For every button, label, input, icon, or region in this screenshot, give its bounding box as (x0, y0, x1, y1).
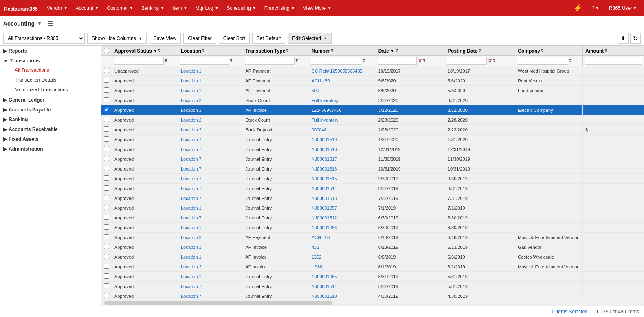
filter-posting-input[interactable] (447, 57, 487, 65)
row-checkbox[interactable] (104, 273, 109, 279)
row-number[interactable]: ACH - 58 (309, 233, 376, 242)
col-header-number[interactable]: Number ⊽ (309, 46, 376, 56)
row-location[interactable]: Location 7 (178, 154, 243, 164)
filter-amount-input[interactable] (585, 57, 642, 65)
sidebar-section-banking[interactable]: ▶ Banking (0, 114, 101, 124)
row-checkbox[interactable] (104, 224, 109, 230)
row-location[interactable]: Location 7 (178, 135, 243, 144)
row-location[interactable]: Location 1 (178, 252, 243, 262)
filter-company-input[interactable] (517, 57, 568, 65)
row-number[interactable]: NJ00001513 (309, 193, 376, 203)
sidebar-section-administration[interactable]: ▶ Administration (0, 144, 101, 153)
row-number[interactable]: 500 (309, 86, 376, 95)
row-number[interactable]: 432 (309, 242, 376, 252)
filter-type-input[interactable] (245, 57, 295, 65)
row-number[interactable]: NJ00001512 (309, 213, 376, 223)
sidebar-section-general-ledger[interactable]: ▶ General Ledger (0, 95, 101, 104)
row-checkbox[interactable] (104, 175, 109, 181)
row-checkbox[interactable] (104, 78, 109, 83)
sidebar-item-transaction-details[interactable]: Transaction Details (10, 75, 101, 85)
filter-date-input[interactable] (378, 57, 417, 65)
row-location[interactable]: Location 2 (178, 125, 243, 135)
row-location[interactable]: Location 2 (178, 95, 243, 105)
nav-help-button[interactable]: ? ▼ (589, 4, 602, 13)
col-header-location[interactable]: Location ⊽ (178, 46, 243, 56)
sidebar-section-fixed-assets[interactable]: ▶ Fixed Assets (0, 134, 101, 144)
row-checkbox[interactable] (104, 117, 109, 122)
nav-account[interactable]: Account▼ (73, 4, 102, 13)
select-all-header[interactable] (101, 46, 112, 56)
filter-location-input[interactable] (180, 57, 229, 65)
row-number[interactable]: NJ00001514 (309, 184, 376, 193)
row-number[interactable]: Full Inventory (309, 95, 376, 105)
row-checkbox[interactable] (104, 215, 109, 220)
row-location[interactable]: Location 1 (178, 203, 243, 213)
filter-amount-icon[interactable]: ⊽ (604, 49, 607, 53)
col-header-amount[interactable]: Amount ⊽ (582, 46, 644, 56)
row-checkbox[interactable] (104, 136, 109, 142)
table-container[interactable]: Approval Status ▼ ⊽ Location ⊽ (101, 46, 644, 300)
row-number[interactable]: NJ00001510 (309, 291, 376, 300)
row-checkbox-cell[interactable] (101, 76, 112, 86)
select-all-checkbox[interactable] (104, 48, 109, 53)
export-icon[interactable]: ⬆ (618, 33, 629, 44)
filter-location-icon[interactable]: ⊽ (202, 49, 205, 53)
nav-scheduling[interactable]: Scheduling▼ (223, 4, 259, 13)
row-checkbox[interactable] (104, 234, 109, 239)
row-number[interactable]: NJ00001516 (309, 164, 376, 174)
sidebar-section-accounts-receivable[interactable]: ▶ Accounts Receivable (0, 124, 101, 134)
nav-mgrlog[interactable]: Mgr Log▼ (192, 4, 222, 13)
row-checkbox-cell[interactable] (101, 282, 112, 291)
filter-type-icon[interactable]: ⊽ (286, 49, 289, 53)
row-checkbox[interactable] (104, 244, 109, 249)
filter-number-input[interactable] (311, 57, 361, 65)
row-checkbox-cell[interactable] (101, 154, 112, 164)
row-checkbox[interactable] (104, 185, 109, 191)
row-location[interactable]: Location 1 (178, 272, 243, 282)
row-checkbox-cell[interactable] (101, 223, 112, 233)
sidebar-item-all-transactions[interactable]: All Transactions (10, 65, 101, 75)
row-location[interactable]: Location 7 (178, 291, 243, 300)
col-header-date[interactable]: Date ▼ ⊽ (376, 46, 445, 56)
row-checkbox-cell[interactable] (101, 291, 112, 300)
row-location[interactable]: Location 7 (178, 164, 243, 174)
nav-banking[interactable]: Banking▼ (138, 4, 167, 13)
row-checkbox[interactable] (104, 264, 109, 269)
nav-logo-icon[interactable]: ⚡ (570, 2, 585, 14)
row-checkbox-cell[interactable] (101, 174, 112, 184)
row-checkbox-cell[interactable] (101, 144, 112, 154)
row-checkbox-cell[interactable] (101, 193, 112, 203)
save-view-button[interactable]: Save View (149, 33, 181, 44)
filter-approval-icon[interactable]: ⊽ (158, 49, 161, 53)
row-number[interactable]: CC Ref# 1258658565485 (309, 66, 376, 76)
row-location[interactable]: Location 2 (178, 262, 243, 272)
row-number[interactable]: NJ00001055 (309, 272, 376, 282)
row-checkbox[interactable] (104, 254, 109, 259)
row-checkbox[interactable] (104, 97, 109, 102)
col-header-transaction-type[interactable]: Transaction Type ⊽ (243, 46, 309, 56)
sidebar-toggle[interactable]: ☰ (48, 20, 53, 27)
sidebar-section-reports[interactable]: ▶ Reports (0, 46, 101, 55)
clear-sort-button[interactable]: Clear Sort (219, 33, 250, 44)
row-location[interactable]: Location 7 (178, 282, 243, 291)
row-checkbox-cell[interactable] (101, 86, 112, 95)
row-checkbox-cell[interactable] (101, 125, 112, 135)
row-checkbox[interactable] (104, 156, 109, 161)
refresh-icon[interactable]: ↻ (630, 33, 641, 44)
row-location[interactable]: Location 7 (178, 144, 243, 154)
row-checkbox[interactable] (104, 107, 109, 112)
nav-viewmore[interactable]: View More▼ (300, 4, 334, 13)
nav-item[interactable]: Item▼ (169, 4, 190, 13)
row-checkbox[interactable] (104, 283, 109, 288)
row-number[interactable]: NJ00001518 (309, 144, 376, 154)
row-checkbox[interactable] (104, 195, 109, 200)
row-checkbox[interactable] (104, 87, 109, 93)
row-checkbox[interactable] (104, 293, 109, 298)
row-location[interactable]: Location 1 (178, 223, 243, 233)
clear-filter-button[interactable]: Clear Filter (183, 33, 216, 44)
horizontal-scrollbar[interactable] (104, 301, 332, 305)
filter-number-icon[interactable]: ⊽ (331, 49, 334, 53)
row-location[interactable]: Location 2 (178, 115, 243, 125)
row-checkbox-cell[interactable] (101, 184, 112, 193)
row-checkbox-cell[interactable] (101, 213, 112, 223)
